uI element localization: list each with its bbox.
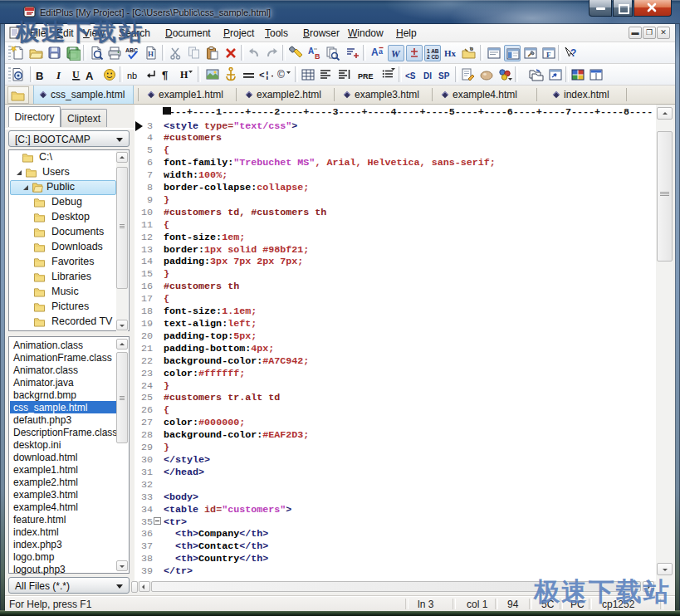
svg-text:U: U [72, 69, 80, 81]
svg-text:?: ? [570, 47, 576, 59]
svg-text:I: I [56, 69, 61, 81]
svg-text:©: © [277, 69, 285, 81]
svg-text:Hx: Hx [444, 48, 457, 58]
svg-text:H: H [148, 50, 154, 58]
svg-text:<¦-: <¦- [259, 71, 273, 81]
svg-text:W: W [391, 48, 401, 60]
svg-text:H: H [180, 69, 188, 81]
svg-text:A: A [308, 46, 314, 56]
svg-text:B: B [315, 52, 320, 61]
svg-text:F: F [546, 51, 551, 59]
svg-text:A: A [371, 46, 379, 58]
svg-text:a: a [379, 47, 384, 56]
svg-text:1 AB: 1 AB [427, 48, 439, 54]
svg-text:2 CD: 2 CD [427, 54, 439, 60]
